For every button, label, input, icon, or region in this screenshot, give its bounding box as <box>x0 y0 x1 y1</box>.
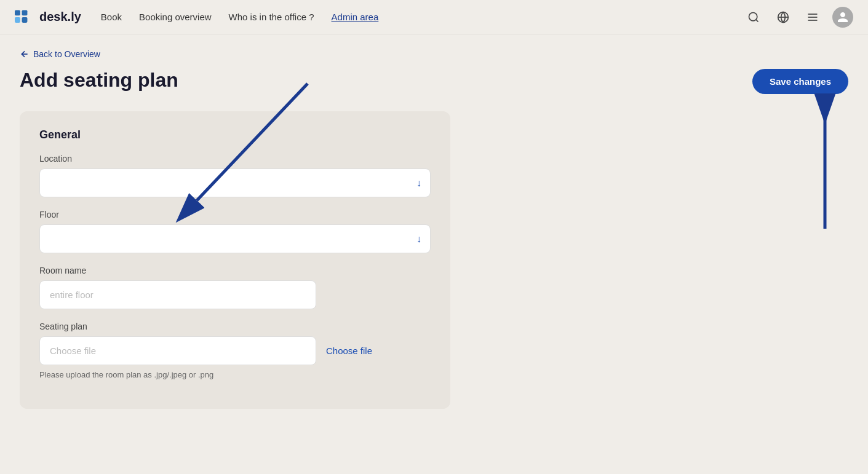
location-field-group: Location ↓ <box>39 154 431 197</box>
back-to-overview-link[interactable]: Back to Overview <box>20 49 100 59</box>
seating-plan-field-group: Seating plan Choose file Choose file Ple… <box>39 322 431 379</box>
location-select-wrapper: ↓ <box>39 168 431 197</box>
search-button[interactable] <box>744 7 763 27</box>
floor-select[interactable] <box>40 225 430 253</box>
svg-rect-0 <box>15 10 20 15</box>
globe-button[interactable] <box>773 7 793 27</box>
navbar: desk.ly Book Booking overview Who is in … <box>0 0 868 34</box>
avatar[interactable] <box>832 7 853 28</box>
location-select[interactable] <box>40 169 430 197</box>
floor-field-group: Floor ↓ <box>39 210 431 253</box>
nav-book[interactable]: Book <box>101 12 122 22</box>
arrow-left-icon <box>20 49 30 59</box>
nav-booking-overview[interactable]: Booking overview <box>139 12 212 22</box>
page-header: Add seating plan Save changes <box>20 69 848 94</box>
back-link-label: Back to Overview <box>33 49 100 59</box>
menu-button[interactable] <box>803 7 822 27</box>
form-section: General Location ↓ Floor ↓ <box>20 111 450 409</box>
save-changes-button[interactable]: Save changes <box>752 69 848 94</box>
nav-admin-area[interactable]: Admin area <box>332 12 379 22</box>
globe-icon <box>777 11 789 23</box>
svg-rect-3 <box>22 17 28 23</box>
general-section-title: General <box>39 128 431 141</box>
upload-hint: Please upload the room plan as .jpg/.jpe… <box>39 370 431 379</box>
choose-file-placeholder: Choose file <box>50 346 96 356</box>
svg-point-4 <box>749 12 757 20</box>
avatar-icon <box>837 11 849 23</box>
svg-rect-2 <box>15 17 20 23</box>
navbar-links: Book Booking overview Who is in the offi… <box>101 12 724 22</box>
choose-file-button[interactable]: Choose file <box>326 346 372 356</box>
menu-icon <box>806 11 819 23</box>
logo[interactable]: desk.ly <box>15 10 81 25</box>
choose-file-box[interactable]: Choose file <box>39 336 316 365</box>
navbar-right <box>744 7 853 28</box>
file-input-row: Choose file Choose file <box>39 336 431 365</box>
nav-who-in-office[interactable]: Who is in the office ? <box>229 12 314 22</box>
floor-label: Floor <box>39 210 431 219</box>
location-label: Location <box>39 154 431 164</box>
logo-text: desk.ly <box>39 10 81 24</box>
svg-line-5 <box>756 19 759 22</box>
main-content: Back to Overview Add seating plan Save c… <box>0 34 868 424</box>
room-name-field-group: Room name <box>39 266 431 309</box>
logo-icon <box>15 10 34 25</box>
seating-plan-label: Seating plan <box>39 322 431 331</box>
floor-select-wrapper: ↓ <box>39 224 431 253</box>
search-icon <box>747 11 760 23</box>
page-title: Add seating plan <box>20 69 178 92</box>
room-name-input[interactable] <box>39 280 316 309</box>
svg-rect-1 <box>22 10 28 15</box>
room-name-label: Room name <box>39 266 431 275</box>
